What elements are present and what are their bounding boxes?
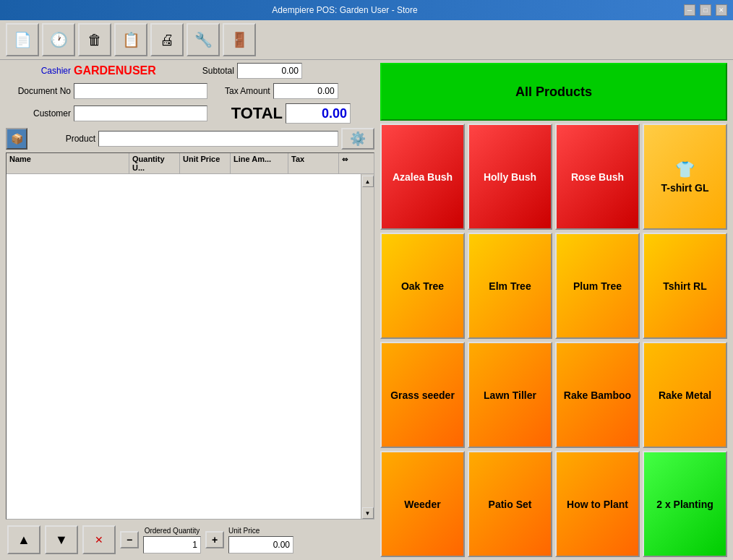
add-product-button[interactable]: ⚙️ (341, 128, 374, 150)
document-label: Document No (6, 86, 71, 96)
content-area: Cashier GARDENUSER Subtotal Document No … (0, 60, 733, 560)
ordered-qty-group: Ordered Quantity (143, 527, 201, 553)
move-down-button[interactable]: ▼ (45, 525, 78, 554)
copy-button[interactable]: 📋 (114, 23, 147, 56)
product-label-rake-bamboo: Rake Bamboo (564, 389, 631, 401)
product-label-elm-tree: Elm Tree (489, 280, 531, 292)
ordered-qty-input[interactable] (143, 536, 201, 553)
product-button-rose-bush[interactable]: Rose Bush (555, 124, 640, 230)
product-button-tshirt-rl[interactable]: Tshirt RL (643, 233, 727, 339)
product-button-how-to-plant[interactable]: How to Plant (555, 451, 640, 557)
unit-price-group: Unit Price (228, 527, 293, 553)
subtotal-field[interactable] (237, 63, 302, 79)
subtotal-label: Subtotal (202, 66, 234, 76)
col-header-qty: Quantity U... (129, 153, 180, 173)
product-label-2x-planting: 2 x Planting (656, 499, 713, 510)
product-label-holly-bush: Holly Bush (484, 171, 536, 183)
scroll-down-button[interactable]: ▼ (362, 507, 374, 519)
product-label-grass-seeder: Grass seeder (390, 389, 455, 401)
history-button[interactable]: 🕐 (42, 23, 75, 56)
product-button-grass-seeder[interactable]: Grass seeder (380, 342, 465, 448)
product-label-tshirt-rl: Tshirt RL (663, 280, 706, 292)
right-panel: All Products Azalea Bush Holly Bush Rose… (380, 63, 727, 557)
cashier-value: GARDENUSER (74, 64, 156, 77)
col-header-unit-price: Unit Price (180, 153, 231, 173)
all-products-button[interactable]: All Products (380, 63, 727, 121)
cashier-label: Cashier (6, 66, 71, 76)
table-header: Name Quantity U... Unit Price Line Am...… (7, 153, 374, 174)
customer-label: Customer (6, 108, 71, 119)
order-table: Name Quantity U... Unit Price Line Am...… (6, 152, 374, 520)
minus-qty-button[interactable]: − (120, 531, 139, 548)
new-button[interactable]: 📄 (6, 23, 39, 56)
move-up-button[interactable]: ▲ (7, 525, 40, 554)
title-bar-right-controls[interactable]: ─ □ ✕ (684, 4, 727, 16)
product-label-tshirt-gl: T-shirt GL (661, 182, 708, 194)
product-button-tshirt-gl[interactable]: 👕 T-shirt GL (643, 124, 727, 230)
product-label-how-to-plant: How to Plant (567, 499, 628, 510)
col-header-tax: Tax (288, 153, 339, 173)
main-window: 📄 🕐 🗑 📋 🖨 🔧 🚪 Cashier GARDENUSER Subtota… (0, 20, 733, 560)
total-value-field[interactable] (286, 103, 351, 124)
title-bar: Adempiere POS: Garden User - Store ─ □ ✕ (0, 0, 733, 20)
print-button[interactable]: 🖨 (150, 23, 184, 56)
product-button-azalea-bush[interactable]: Azalea Bush (380, 124, 465, 230)
product-label-plum-tree: Plum Tree (573, 280, 622, 292)
product-label: Product (30, 134, 95, 144)
logout-button[interactable]: 🚪 (223, 23, 256, 56)
cashier-row: Cashier GARDENUSER Subtotal (6, 63, 374, 79)
tools-button[interactable]: 🔧 (187, 23, 220, 56)
left-panel: Cashier GARDENUSER Subtotal Document No … (6, 63, 374, 557)
delete-line-button[interactable]: ✕ (82, 525, 116, 554)
table-scrollbar[interactable]: ▲ ▼ (361, 174, 374, 519)
document-no-input[interactable] (74, 83, 207, 99)
title-bar-title: Adempiere POS: Garden User - Store (6, 5, 684, 15)
product-button-2x-planting[interactable]: 2 x Planting (643, 451, 727, 557)
product-label-weeder: Weeder (404, 499, 440, 510)
table-body-area: ▲ ▼ (7, 174, 374, 519)
plus-qty-button[interactable]: + (205, 531, 224, 548)
product-label-rose-bush: Rose Bush (571, 171, 624, 183)
unit-price-label: Unit Price (228, 527, 293, 535)
ordered-qty-label: Ordered Quantity (143, 527, 201, 535)
product-button-elm-tree[interactable]: Elm Tree (468, 233, 552, 339)
product-label-lawn-tiller: Lawn Tiller (484, 389, 536, 401)
product-button-rake-metal[interactable]: Rake Metal (643, 342, 727, 448)
product-button-lawn-tiller[interactable]: Lawn Tiller (468, 342, 552, 448)
customer-row: Customer TOTAL (6, 103, 374, 124)
product-label-rake-metal: Rake Metal (659, 389, 711, 401)
bottom-controls: ▲ ▼ ✕ − Ordered Quantity + Unit Price (6, 522, 374, 557)
toolbar: 📄 🕐 🗑 📋 🖨 🔧 🚪 (0, 20, 733, 60)
minimize-button[interactable]: ─ (684, 4, 695, 16)
product-button-rake-bamboo[interactable]: Rake Bamboo (555, 342, 640, 448)
tax-amount-field[interactable] (273, 83, 338, 99)
customer-input[interactable] (74, 105, 207, 121)
product-button-weeder[interactable]: Weeder (380, 451, 465, 557)
product-label-oak-tree: Oak Tree (401, 280, 444, 292)
product-row: 📦 Product ⚙️ (6, 128, 374, 150)
document-row: Document No Tax Amount (6, 83, 374, 99)
product-label-patio-set: Patio Set (489, 499, 532, 510)
tshirt-gl-icon: 👕 (675, 160, 695, 179)
tax-amount-label: Tax Amount (225, 86, 270, 96)
unit-price-input[interactable] (228, 536, 293, 553)
total-label: TOTAL (218, 104, 283, 123)
product-button-patio-set[interactable]: Patio Set (468, 451, 552, 557)
scroll-header: ⇔ (339, 153, 352, 173)
maximize-button[interactable]: □ (700, 4, 711, 16)
product-grid: All Products Azalea Bush Holly Bush Rose… (380, 63, 727, 557)
product-button-plum-tree[interactable]: Plum Tree (555, 233, 640, 339)
product-label-azalea-bush: Azalea Bush (393, 171, 453, 183)
delete-button[interactable]: 🗑 (78, 23, 111, 56)
col-header-name: Name (7, 153, 129, 173)
close-button[interactable]: ✕ (716, 4, 727, 16)
product-button-oak-tree[interactable]: Oak Tree (380, 233, 465, 339)
product-icon-button[interactable]: 📦 (6, 128, 27, 150)
scroll-up-button[interactable]: ▲ (362, 176, 374, 187)
col-header-line-amount: Line Am... (231, 153, 288, 173)
product-search-input[interactable] (98, 131, 338, 147)
product-button-holly-bush[interactable]: Holly Bush (468, 124, 552, 230)
table-body[interactable] (7, 174, 361, 519)
